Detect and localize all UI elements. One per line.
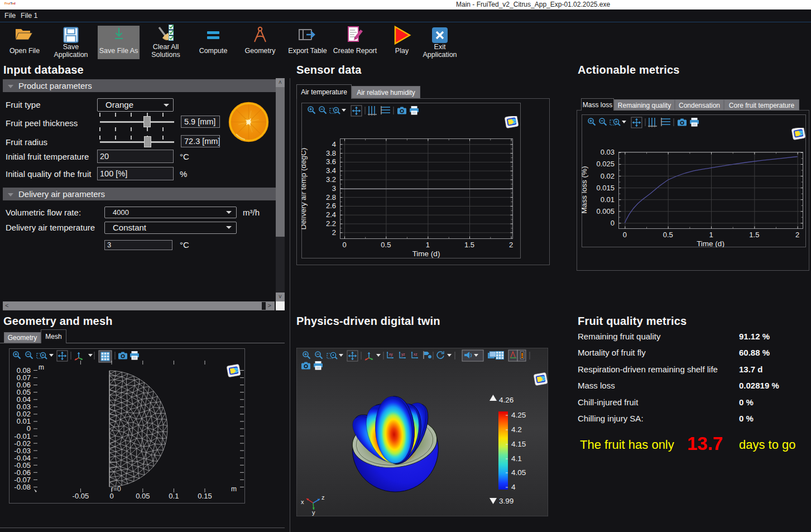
svg-text:Time (d): Time (d) — [412, 250, 440, 258]
svg-text:-0.05: -0.05 — [73, 492, 89, 500]
svg-text:2.6: 2.6 — [326, 202, 336, 210]
svg-text:0.02: 0.02 — [601, 172, 615, 180]
svg-text:4: 4 — [332, 140, 336, 148]
svg-text:y: y — [312, 509, 315, 516]
svg-text:3.8: 3.8 — [326, 149, 336, 157]
svg-text:0.025: 0.025 — [596, 160, 615, 168]
svg-text:3: 3 — [332, 184, 336, 193]
svg-text:1.5: 1.5 — [464, 241, 474, 249]
svg-text:x: x — [301, 499, 304, 505]
svg-text:2: 2 — [332, 228, 336, 237]
svg-text:4.2: 4.2 — [511, 425, 522, 434]
svg-text:3.6: 3.6 — [326, 157, 336, 166]
svg-text:0: 0 — [611, 219, 615, 227]
svg-text:xz: xz — [414, 352, 418, 356]
svg-text:m: m — [39, 363, 44, 371]
svg-text:0: 0 — [623, 231, 627, 239]
svg-text:0.5: 0.5 — [663, 231, 673, 239]
svg-text:m: m — [231, 485, 237, 493]
svg-text:r=0: r=0 — [111, 485, 121, 493]
svg-text:-0.08: -0.08 — [14, 483, 31, 491]
svg-text:4.1: 4.1 — [511, 454, 522, 463]
svg-text:1.5: 1.5 — [749, 231, 759, 239]
svg-text:0.015: 0.015 — [596, 184, 615, 192]
svg-text:2.2: 2.2 — [326, 219, 336, 228]
svg-text:3.4: 3.4 — [326, 166, 336, 175]
svg-text:4.25: 4.25 — [511, 411, 526, 419]
svg-text:0.5: 0.5 — [381, 241, 391, 249]
svg-text:3.2: 3.2 — [326, 175, 336, 184]
svg-text:yz: yz — [401, 352, 405, 357]
svg-text:0.05: 0.05 — [136, 492, 150, 500]
svg-text:z: z — [321, 494, 325, 501]
svg-text:1: 1 — [426, 241, 430, 249]
svg-text:1: 1 — [709, 231, 713, 239]
svg-text:0: 0 — [109, 492, 113, 500]
svg-text:0.1: 0.1 — [169, 492, 179, 500]
svg-text:4: 4 — [511, 483, 516, 491]
svg-text:4.15: 4.15 — [511, 440, 526, 448]
svg-text:Delivery air temp (degC): Delivery air temp (degC) — [301, 148, 308, 229]
svg-text:3.99: 3.99 — [499, 497, 514, 505]
svg-text:2: 2 — [795, 231, 799, 239]
svg-text:2.8: 2.8 — [326, 193, 336, 202]
svg-text:0.15: 0.15 — [198, 492, 212, 500]
svg-text:Time (d): Time (d) — [697, 239, 724, 247]
svg-text:4.26: 4.26 — [499, 396, 514, 404]
svg-text:0: 0 — [342, 241, 346, 249]
svg-text:0.005: 0.005 — [596, 207, 615, 215]
svg-text:0.01: 0.01 — [601, 195, 615, 204]
svg-text:2: 2 — [509, 241, 513, 249]
svg-text:4.05: 4.05 — [511, 468, 526, 477]
svg-text:0.03: 0.03 — [601, 148, 615, 156]
svg-text:2.4: 2.4 — [326, 210, 336, 219]
svg-text:Mass loss (%): Mass loss (%) — [582, 166, 588, 214]
svg-text:xy: xy — [389, 352, 393, 357]
